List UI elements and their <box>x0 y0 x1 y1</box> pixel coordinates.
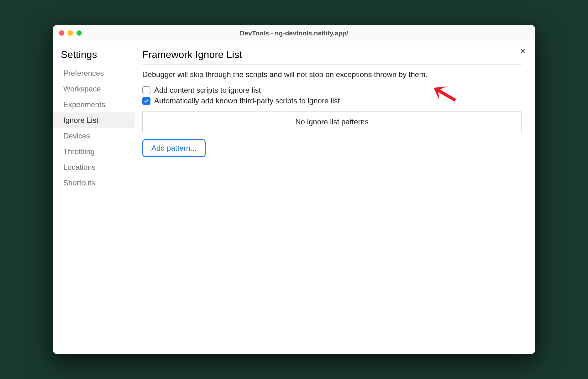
sidebar-item-shortcuts[interactable]: Shortcuts <box>53 175 135 191</box>
checkbox-row-content-scripts[interactable]: Add content scripts to ignore list <box>142 86 522 95</box>
sidebar-item-label: Devices <box>63 132 90 140</box>
window-titlebar: DevTools - ng-devtools.netlify.app/ <box>53 25 535 41</box>
sidebar-item-preferences[interactable]: Preferences <box>53 65 135 81</box>
sidebar-item-label: Throttling <box>63 147 95 156</box>
checkbox-row-third-party-scripts[interactable]: Automatically add known third-party scri… <box>142 96 522 105</box>
maximize-window-button[interactable] <box>76 30 82 36</box>
close-window-button[interactable] <box>59 30 64 36</box>
sidebar-item-ignore-list[interactable]: Ignore List <box>53 112 135 128</box>
patterns-empty-text: No ignore list patterns <box>295 117 368 126</box>
content-area: ✕ Settings Preferences Workspace Experim… <box>53 41 535 354</box>
add-pattern-label: Add pattern... <box>151 144 197 152</box>
panel-title: Framework Ignore List <box>142 49 522 65</box>
checkbox-content-scripts[interactable] <box>142 86 150 94</box>
minimize-window-button[interactable] <box>68 30 73 36</box>
sidebar-item-experiments[interactable]: Experiments <box>53 97 135 112</box>
devtools-settings-window: DevTools - ng-devtools.netlify.app/ ✕ Se… <box>53 25 535 354</box>
add-pattern-button[interactable]: Add pattern... <box>142 139 206 157</box>
sidebar-item-workspace[interactable]: Workspace <box>53 81 135 97</box>
sidebar-item-label: Workspace <box>63 85 101 93</box>
sidebar-title: Settings <box>53 49 135 65</box>
sidebar-item-label: Ignore List <box>63 116 98 124</box>
ignore-patterns-list: No ignore list patterns <box>142 112 522 132</box>
traffic-lights <box>59 30 82 36</box>
sidebar-item-locations[interactable]: Locations <box>53 159 135 175</box>
window-title: DevTools - ng-devtools.netlify.app/ <box>240 29 348 37</box>
checkbox-third-party-scripts[interactable] <box>142 97 150 105</box>
sidebar-item-label: Locations <box>63 163 96 171</box>
checkbox-label: Automatically add known third-party scri… <box>154 96 340 105</box>
settings-sidebar: Settings Preferences Workspace Experimen… <box>53 41 135 354</box>
sidebar-item-label: Preferences <box>63 69 104 77</box>
sidebar-item-label: Shortcuts <box>63 179 95 187</box>
sidebar-item-devices[interactable]: Devices <box>53 128 135 144</box>
sidebar-item-label: Experiments <box>63 100 105 109</box>
sidebar-item-throttling[interactable]: Throttling <box>53 144 135 159</box>
panel-description: Debugger will skip through the scripts a… <box>142 70 522 79</box>
main-panel: Framework Ignore List Debugger will skip… <box>135 41 535 354</box>
check-icon <box>144 98 149 104</box>
checkbox-label: Add content scripts to ignore list <box>154 86 261 95</box>
